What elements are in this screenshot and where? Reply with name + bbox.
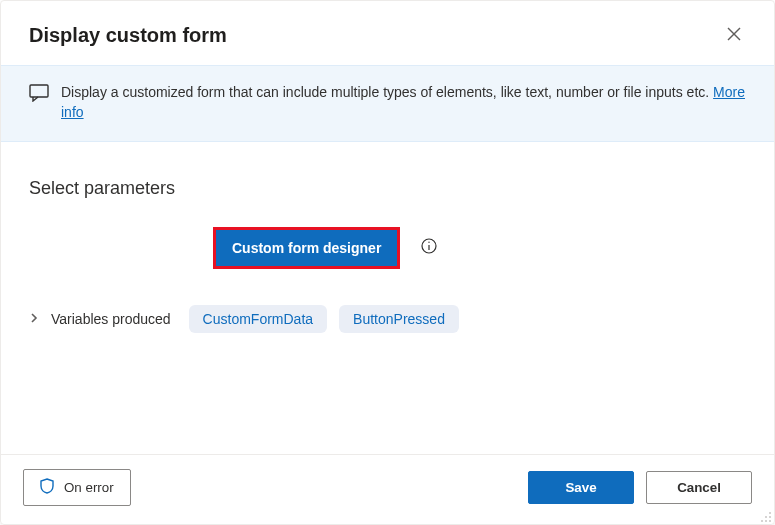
variable-chip-buttonpressed[interactable]: ButtonPressed [339,305,459,333]
designer-info-button[interactable] [420,239,438,257]
designer-button-highlight: Custom form designer [213,227,400,269]
dialog-header: Display custom form [1,1,774,65]
custom-form-designer-button[interactable]: Custom form designer [216,230,397,266]
close-icon [727,27,741,44]
dialog-footer: On error Save Cancel [1,454,774,524]
svg-point-5 [429,242,430,243]
dialog-title: Display custom form [29,24,718,47]
variables-produced-label[interactable]: Variables produced [51,311,171,327]
dialog-body: Select parameters Custom form designer [1,142,774,454]
select-parameters-title: Select parameters [29,178,746,199]
comment-icon [29,84,49,105]
close-button[interactable] [718,19,750,51]
chevron-right-icon [29,311,39,327]
info-band: Display a customized form that can inclu… [1,65,774,142]
on-error-button[interactable]: On error [23,469,131,506]
variable-chip-customformdata[interactable]: CustomFormData [189,305,327,333]
variables-expand-toggle[interactable] [29,311,39,327]
info-description: Display a customized form that can inclu… [61,84,709,100]
on-error-label: On error [64,480,114,495]
info-text: Display a customized form that can inclu… [61,82,746,123]
display-custom-form-dialog: Display custom form Display a customized… [0,0,775,525]
svg-rect-2 [30,85,48,97]
variables-produced-row: Variables produced CustomFormData Button… [29,305,746,333]
shield-icon [40,478,54,497]
save-button[interactable]: Save [528,471,634,504]
cancel-button[interactable]: Cancel [646,471,752,504]
info-icon [421,238,437,257]
designer-row: Custom form designer [29,227,746,269]
